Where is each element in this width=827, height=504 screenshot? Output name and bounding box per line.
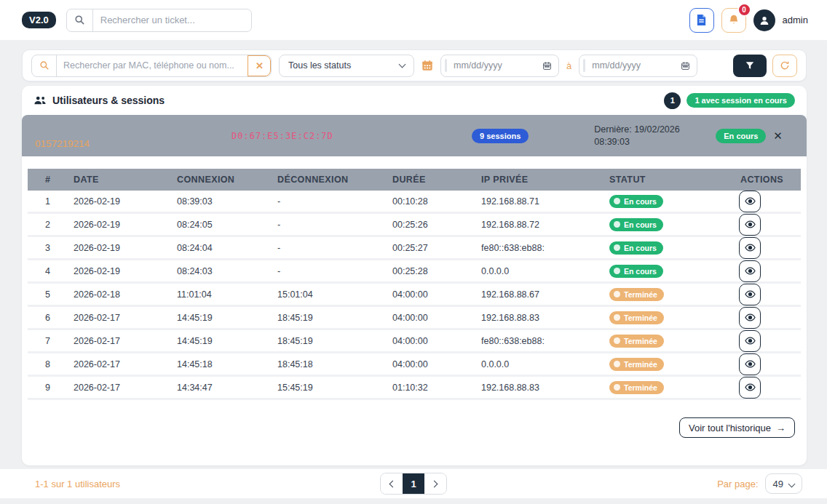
user-phone: 0157219214: [35, 138, 232, 149]
bell-icon: [728, 14, 740, 26]
cell-num: 9: [28, 383, 74, 393]
cell-deconnexion: 15:01:04: [277, 289, 392, 300]
cell-ip: 192.168.88.67: [481, 289, 609, 300]
session-status-badge: Terminée: [609, 288, 664, 301]
user-avatar[interactable]: [753, 9, 775, 31]
section-title: Utilisateurs & sessions: [52, 95, 165, 106]
notifications-button[interactable]: 0: [721, 8, 746, 33]
session-status-badge: Terminée: [609, 311, 664, 324]
date-from-input[interactable]: mm/dd/yyyy: [440, 55, 559, 77]
card-header: Utilisateurs & sessions 1 1 avec session…: [22, 86, 807, 115]
close-user-button[interactable]: ✕: [773, 130, 783, 141]
cell-date: 2026-02-19: [74, 243, 177, 253]
next-page-button[interactable]: [424, 473, 446, 494]
user-summary-bar[interactable]: 0157219214 D0:67:E5:3E:C2:7D 9 sessions …: [22, 115, 807, 156]
eye-icon: [745, 219, 756, 230]
eye-icon: [745, 359, 756, 369]
eye-icon: [745, 196, 756, 207]
view-session-button[interactable]: [739, 353, 761, 375]
status-dot-icon: [614, 244, 620, 251]
refresh-button[interactable]: [772, 55, 797, 77]
cell-connexion: 11:01:04: [177, 289, 277, 300]
eye-icon: [745, 382, 756, 393]
cell-duree: 04:00:00: [392, 289, 481, 300]
cell-duree: 01:10:32: [392, 383, 481, 393]
users-sessions-card: Utilisateurs & sessions 1 1 avec session…: [22, 86, 807, 465]
page-1-button[interactable]: 1: [403, 473, 424, 494]
version-badge: V2.0: [22, 12, 56, 28]
refresh-icon: [780, 60, 790, 71]
chevron-down-icon: [788, 480, 796, 487]
active-sessions-badge: 1 avec session en cours: [686, 93, 795, 108]
cell-num: 7: [28, 336, 74, 346]
status-dot-icon: [614, 291, 620, 297]
cell-date: 2026-02-19: [74, 196, 177, 207]
eye-icon: [745, 289, 756, 300]
user-mac-address: D0:67:E5:3E:C2:7D: [232, 131, 421, 141]
cell-duree: 04:00:00: [392, 359, 481, 369]
chevron-down-icon: [399, 61, 406, 68]
cell-ip: fe80::638:eb88:: [481, 336, 609, 346]
user-icon: [759, 15, 770, 26]
cell-deconnexion: -: [277, 243, 392, 253]
eye-icon: [745, 265, 756, 276]
cell-ip: 192.168.88.83: [481, 313, 609, 323]
topbar: V2.0 0 admin: [0, 0, 827, 40]
view-session-button[interactable]: [739, 284, 761, 305]
status-dot-icon: [614, 337, 620, 344]
cell-date: 2026-02-19: [74, 220, 177, 230]
cell-connexion: 08:24:04: [177, 243, 277, 253]
date-to-input[interactable]: mm/dd/yyyy: [579, 55, 697, 77]
user-status-badge: En cours: [716, 129, 766, 143]
username-label: admin: [783, 15, 808, 25]
prev-page-button[interactable]: [381, 473, 403, 494]
view-history-button[interactable]: Voir tout l'historique →: [679, 417, 795, 438]
view-session-button[interactable]: [739, 260, 761, 282]
view-session-button[interactable]: [739, 237, 761, 259]
column-header-ip: IP PRIVÉE: [481, 175, 609, 185]
table-row: 72026-02-1714:45:1918:45:1904:00:00fe80:…: [28, 330, 801, 353]
calendar-icon[interactable]: [681, 61, 690, 71]
pagination: 1: [380, 473, 447, 495]
cell-duree: 00:25:26: [392, 220, 481, 230]
view-session-button[interactable]: [739, 214, 761, 236]
cell-ip: 0.0.0.0: [481, 359, 609, 369]
cell-duree: 00:10:28: [392, 196, 481, 207]
user-search-input[interactable]: [57, 60, 248, 71]
sessions-table: #DATECONNEXIONDÉCONNEXIONDURÉEIP PRIVÉES…: [22, 156, 807, 438]
view-session-button[interactable]: [739, 307, 761, 329]
per-page-select[interactable]: 49: [765, 473, 802, 494]
date-range-separator: à: [566, 60, 571, 71]
per-page-label: Par page:: [717, 479, 758, 489]
ticket-search[interactable]: [66, 9, 252, 32]
view-session-button[interactable]: [739, 377, 761, 399]
users-icon: [33, 95, 47, 106]
search-icon: [67, 9, 93, 31]
view-session-button[interactable]: [739, 330, 761, 352]
cell-duree: 04:00:00: [392, 313, 481, 323]
cell-deconnexion: 18:45:19: [277, 313, 392, 323]
session-status-badge: Terminée: [609, 358, 664, 371]
table-row: 52026-02-1811:01:0415:01:0404:00:00192.1…: [28, 284, 801, 307]
ticket-search-input[interactable]: [93, 15, 251, 25]
documents-button[interactable]: [689, 8, 714, 33]
eye-icon: [745, 242, 756, 253]
view-session-button[interactable]: [739, 191, 761, 212]
status-dot-icon: [614, 361, 620, 367]
cell-connexion: 08:39:03: [177, 196, 277, 207]
per-page-value: 49: [773, 479, 783, 489]
calendar-icon[interactable]: [542, 61, 552, 71]
cell-date: 2026-02-17: [74, 383, 177, 393]
date-from-value: mm/dd/yyyy: [447, 60, 542, 71]
cell-num: 5: [28, 289, 74, 300]
user-search[interactable]: ✕: [31, 55, 272, 77]
users-count-badge: 1: [664, 92, 681, 109]
status-dot-icon: [614, 268, 620, 274]
clear-search-button[interactable]: ✕: [248, 55, 271, 76]
cell-connexion: 08:24:05: [177, 220, 277, 230]
cell-num: 8: [28, 359, 74, 369]
search-icon: [32, 55, 57, 76]
apply-filter-button[interactable]: [733, 55, 767, 77]
status-select[interactable]: Tous les statuts: [279, 55, 414, 77]
table-row: 92026-02-1714:34:4715:45:1901:10:32192.1…: [28, 377, 801, 400]
